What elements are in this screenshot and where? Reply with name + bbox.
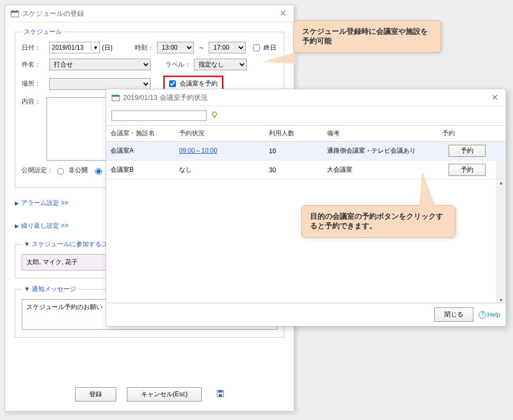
cell-room-name: 会議室B	[106, 161, 175, 180]
table-row[interactable]: 会議室A09:00～10:0010通路側会議室・テレビ会議あり予約	[106, 142, 506, 161]
reserve-button[interactable]: 予約	[449, 145, 486, 157]
dialog-title-date: 2019/01/13	[123, 94, 157, 101]
svg-rect-6	[219, 394, 222, 397]
cell-capacity: 30	[265, 161, 323, 180]
day-of-week: (日)	[102, 43, 113, 52]
subject-label: 件名：	[22, 60, 49, 69]
availability-body: ▴ ▾	[106, 180, 506, 303]
allday-label: 終日	[264, 43, 276, 52]
close-icon[interactable]: ✕	[277, 8, 288, 18]
time-label: 時刻：	[128, 43, 154, 52]
place-label: 場所：	[22, 79, 49, 88]
scroll-gutter	[496, 142, 506, 161]
triangle-right-icon: ▶	[15, 223, 19, 229]
chevron-down-icon[interactable]: ▾	[91, 44, 99, 51]
reservation-time-link[interactable]: 09:00～10:00	[179, 147, 217, 154]
help-link[interactable]: ? Help	[479, 311, 500, 319]
notice-legend: ▼ 通知メッセージ	[22, 285, 78, 294]
date-label: 日付：	[22, 43, 49, 52]
scroll-gutter	[496, 126, 506, 142]
col-status[interactable]: 予約状況	[175, 126, 265, 142]
visibility-public-radio[interactable]	[95, 168, 102, 175]
svg-point-9	[212, 112, 217, 116]
cell-action: 予約	[438, 161, 496, 180]
help-icon: ?	[479, 311, 486, 319]
svg-rect-8	[112, 95, 119, 97]
place-select[interactable]	[49, 78, 151, 90]
cell-status: 09:00～10:00	[175, 142, 265, 161]
dialog-footer: 登録 キャンセル(Esc)	[5, 380, 294, 411]
reserve-room-checkbox[interactable]	[169, 80, 176, 87]
content-label: 内容：	[22, 97, 46, 106]
dialog-title: スケジュールの登録	[22, 9, 84, 18]
callout-reserve-possible: スケジュール登録時に会議室や施設を予約可能	[293, 20, 441, 53]
cell-note: 通路側会議室・テレビ会議あり	[323, 142, 438, 161]
visibility-private-radio[interactable]	[57, 168, 64, 175]
col-capacity[interactable]: 利用人数	[265, 126, 323, 142]
visibility-private-label: 非公開	[69, 166, 88, 175]
triangle-right-icon: ▶	[15, 200, 19, 206]
scroll-up-icon[interactable]: ▴	[500, 180, 502, 185]
dialog-titlebar: スケジュールの登録 ✕	[5, 5, 294, 22]
search-bar	[106, 106, 506, 125]
col-room-name[interactable]: 会議室・施設名	[106, 126, 175, 142]
close-button[interactable]: 閉じる	[434, 307, 473, 322]
scroll-down-icon[interactable]: ▾	[500, 297, 502, 303]
subject-select[interactable]: 打合せ	[49, 59, 151, 70]
svg-rect-5	[218, 390, 222, 393]
svg-rect-10	[214, 116, 216, 117]
label-select[interactable]: 指定なし	[194, 59, 247, 70]
reservation-status: なし	[179, 166, 192, 173]
lightbulb-icon[interactable]	[211, 111, 218, 120]
search-input[interactable]	[111, 110, 207, 121]
reserve-room-label: 会議室を予約	[180, 79, 218, 88]
tilde-separator: ～	[198, 43, 204, 52]
availability-table: 会議室・施設名 予約状況 利用人数 備考 予約 会議室A09:00～10:001…	[106, 125, 506, 180]
calendar-icon	[111, 94, 120, 102]
allday-checkbox[interactable]	[253, 44, 260, 51]
callout-tail	[419, 172, 436, 207]
table-row[interactable]: 会議室Bなし30大会議室予約	[106, 161, 506, 180]
schedule-legend: スケジュール	[22, 27, 64, 36]
scroll-gutter	[496, 161, 506, 180]
col-action[interactable]: 予約	[438, 126, 496, 142]
callout-reserve-button: 目的の会議室の予約ボタンをクリックすると予約できます。	[301, 205, 455, 238]
register-button[interactable]: 登録	[75, 387, 116, 402]
close-icon[interactable]: ✕	[489, 92, 500, 102]
vertical-scrollbar[interactable]: ▴ ▾	[496, 180, 506, 303]
alarm-settings-link[interactable]: ▶ アラーム設定 >>	[15, 199, 68, 208]
calendar-icon	[11, 10, 19, 18]
cell-capacity: 10	[265, 142, 323, 161]
dialog-titlebar: 2019/01/13 会議室予約状況 ✕	[106, 89, 506, 106]
date-input[interactable]	[50, 44, 91, 51]
time-from-select[interactable]: 13:00	[157, 42, 194, 53]
cell-action: 予約	[438, 142, 496, 161]
repeat-settings-link[interactable]: ▶ 繰り返し設定 >>	[15, 221, 68, 230]
visibility-label: 公開設定：	[22, 166, 54, 175]
label-label: ラベル：	[161, 60, 191, 69]
cell-status: なし	[175, 161, 265, 180]
diskette-icon[interactable]	[217, 390, 224, 399]
allday-checkbox-wrap[interactable]: 終日	[251, 43, 276, 53]
time-to-select[interactable]: 17:00	[209, 42, 246, 53]
svg-rect-2	[12, 10, 13, 12]
cancel-button[interactable]: キャンセル(Esc)	[127, 387, 202, 402]
callout-tail	[262, 52, 295, 64]
reserve-button[interactable]: 予約	[449, 164, 486, 176]
date-picker[interactable]: ▾	[49, 42, 100, 53]
dialog-title-text: 会議室予約状況	[160, 93, 208, 102]
cell-room-name: 会議室A	[106, 142, 175, 161]
svg-rect-3	[16, 10, 17, 12]
col-note[interactable]: 備考	[323, 126, 438, 142]
dialog-footer: 閉じる ? Help	[106, 303, 506, 326]
